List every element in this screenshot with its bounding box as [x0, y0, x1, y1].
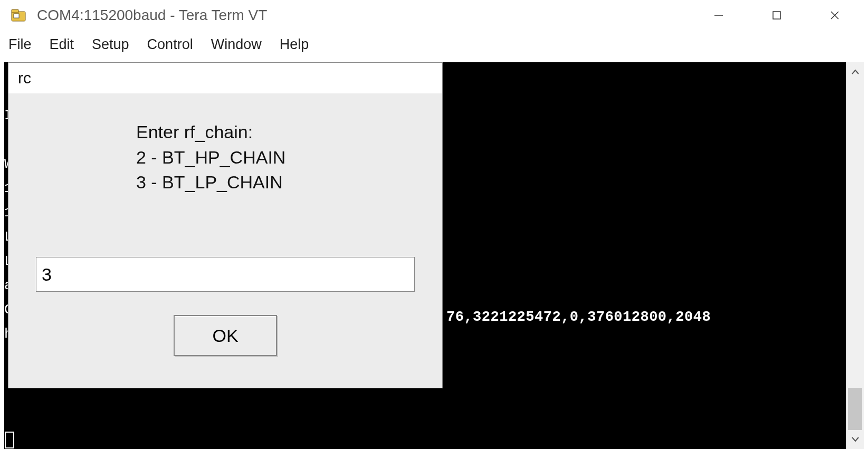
- terminal-text-fragment: 76,3221225472,0,376012800,2048: [446, 309, 711, 325]
- window-controls: [690, 3, 864, 28]
- minimize-icon: [713, 10, 724, 21]
- window-title: COM4:115200baud - Tera Term VT: [37, 7, 683, 24]
- scroll-down-arrow[interactable]: [846, 430, 864, 449]
- prompt-line-2: 2 - BT_HP_CHAIN: [136, 145, 415, 170]
- chevron-up-icon: [852, 69, 859, 74]
- scroll-up-arrow[interactable]: [846, 62, 864, 81]
- dialog-title: rc: [8, 63, 442, 93]
- client-area: I W 1 1 L L a C h 76,3221225472,0,376012…: [0, 58, 868, 449]
- menubar: File Edit Setup Control Window Help: [0, 31, 868, 58]
- dialog-prompt: Enter rf_chain: 2 - BT_HP_CHAIN 3 - BT_L…: [136, 120, 415, 195]
- menu-setup[interactable]: Setup: [92, 36, 129, 53]
- terminal[interactable]: I W 1 1 L L a C h 76,3221225472,0,376012…: [4, 62, 846, 449]
- prompt-line-1: Enter rf_chain:: [136, 120, 415, 145]
- dialog-input-row: [36, 257, 415, 292]
- app-window: COM4:115200baud - Tera Term VT File Edit…: [0, 0, 868, 449]
- prompt-line-3: 3 - BT_LP_CHAIN: [136, 170, 415, 195]
- menu-window[interactable]: Window: [211, 36, 262, 53]
- svg-rect-2: [14, 14, 19, 18]
- menu-edit[interactable]: Edit: [50, 36, 74, 53]
- menu-help[interactable]: Help: [280, 36, 309, 53]
- maximize-button[interactable]: [748, 3, 806, 28]
- menu-file[interactable]: File: [8, 36, 32, 53]
- titlebar: COM4:115200baud - Tera Term VT: [0, 0, 868, 31]
- minimize-button[interactable]: [690, 3, 748, 28]
- maximize-icon: [772, 11, 781, 20]
- input-dialog: rc Enter rf_chain: 2 - BT_HP_CHAIN 3 - B…: [8, 62, 443, 388]
- dialog-body: Enter rf_chain: 2 - BT_HP_CHAIN 3 - BT_L…: [8, 93, 442, 388]
- dialog-button-row: OK: [8, 315, 442, 356]
- terminal-cursor: [5, 432, 14, 448]
- close-icon: [829, 10, 840, 21]
- svg-rect-1: [12, 9, 18, 13]
- vertical-scrollbar[interactable]: [846, 62, 864, 449]
- close-button[interactable]: [806, 3, 864, 28]
- rf-chain-input[interactable]: [36, 257, 415, 292]
- ok-button[interactable]: OK: [174, 315, 277, 356]
- app-icon: [11, 8, 27, 22]
- menu-control[interactable]: Control: [147, 36, 193, 53]
- chevron-down-icon: [852, 437, 859, 442]
- scroll-thumb[interactable]: [848, 388, 862, 430]
- scroll-track[interactable]: [846, 81, 864, 430]
- svg-rect-4: [773, 12, 780, 19]
